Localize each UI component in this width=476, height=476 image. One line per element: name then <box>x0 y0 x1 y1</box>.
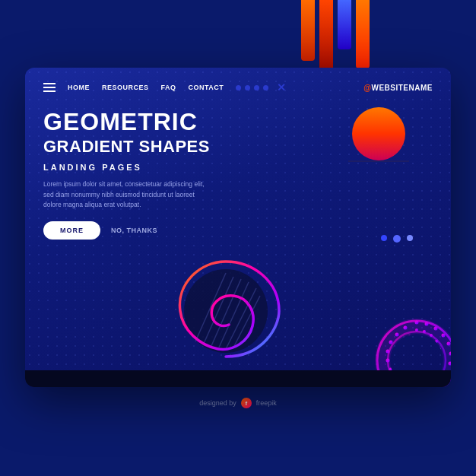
nav-contact[interactable]: CONTACT <box>189 84 224 91</box>
nav-links: HOME RESOURCES FAQ CONTACT <box>68 84 224 91</box>
svg-point-34 <box>439 356 442 359</box>
x-mark-icon: ✕ <box>277 81 286 94</box>
nav-faq[interactable]: FAQ <box>161 84 176 91</box>
nav-dot-2 <box>245 85 250 90</box>
gradient-bar-4 <box>356 0 370 68</box>
svg-point-13 <box>447 342 451 346</box>
spiral-decoration <box>165 250 287 372</box>
gradient-bar-1 <box>301 0 315 61</box>
navbar: HOME RESOURCES FAQ CONTACT ✕ @WEBSITENAM… <box>25 68 451 101</box>
nav-dot-1 <box>236 85 241 90</box>
brand-name: NAME <box>409 84 433 92</box>
footer: designed by f freepik <box>199 398 277 408</box>
nav-home[interactable]: HOME <box>68 84 90 91</box>
brand-logo: @WEBSITENAME <box>363 84 433 92</box>
svg-point-35 <box>436 364 440 367</box>
hero-buttons: MORE NO, THANKS <box>43 221 433 240</box>
hero-description: Lorem ipsum dolor sit amet, consectetuar… <box>43 179 211 211</box>
freepik-logo-icon: f <box>241 398 252 408</box>
svg-point-46 <box>408 335 411 338</box>
hero-title-sub: GRADIENT SHAPES <box>43 137 433 157</box>
svg-point-27 <box>395 333 399 337</box>
nav-decorative-dots: ✕ <box>236 81 286 94</box>
bottom-bar <box>25 370 451 387</box>
spiral-svg <box>165 250 287 372</box>
svg-point-28 <box>404 326 408 330</box>
svg-point-45 <box>402 340 405 343</box>
brand-bold: WEBSITE <box>371 84 408 92</box>
main-card: HOME RESOURCES FAQ CONTACT ✕ @WEBSITENAM… <box>25 68 451 387</box>
svg-point-42 <box>396 362 399 365</box>
nav-dot-3 <box>254 85 259 90</box>
svg-point-43 <box>395 354 398 357</box>
footer-brand: freepik <box>256 399 277 407</box>
brand-at: @ <box>363 84 371 92</box>
hero-title-main: GEOMETRIC <box>43 109 433 135</box>
hamburger-menu[interactable] <box>43 83 56 92</box>
gradient-bar-3 <box>338 0 351 49</box>
hero-subtitle: LANDING PAGES <box>43 163 433 172</box>
footer-label: designed by <box>199 399 236 407</box>
nav-resources[interactable]: RESOURCES <box>102 84 149 91</box>
no-thanks-button[interactable]: NO, THANKS <box>111 227 157 234</box>
hero-content: GEOMETRIC GRADIENT SHAPES LANDING PAGES … <box>25 101 451 240</box>
nav-dot-4 <box>263 85 268 90</box>
more-button[interactable]: MORE <box>43 221 100 240</box>
svg-point-33 <box>438 347 441 351</box>
svg-point-44 <box>398 347 401 350</box>
